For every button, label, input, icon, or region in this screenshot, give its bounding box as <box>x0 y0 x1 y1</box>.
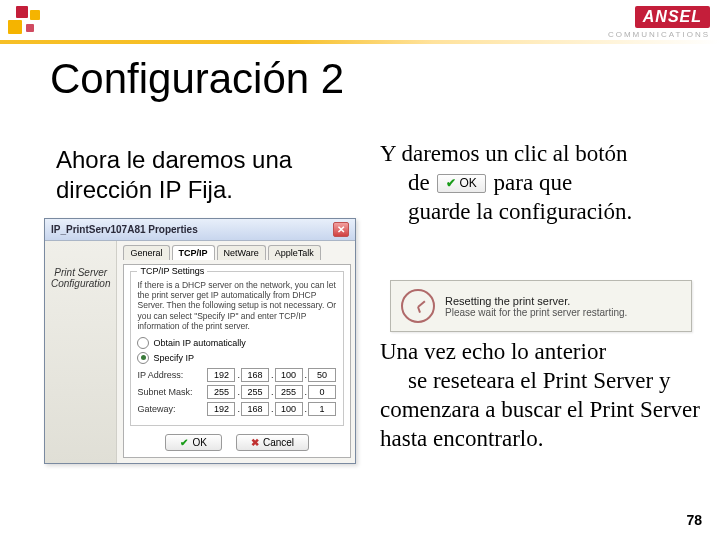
gateway-label: Gateway: <box>137 404 207 414</box>
radio-auto-ip[interactable] <box>137 337 149 349</box>
ip-address-input[interactable]: 192. 168. 100. 50 <box>207 368 337 382</box>
reset-line-2: Please wait for the print server restart… <box>445 307 627 318</box>
dialog-tabs: General TCP/IP NetWare AppleTalk <box>123 245 351 260</box>
brand-name: ANSEL <box>635 6 710 28</box>
subnet-mask-input[interactable]: 255. 255. 255. 0 <box>207 385 337 399</box>
ip-address-label: IP Address: <box>137 370 207 380</box>
page-number: 78 <box>686 512 702 528</box>
cancel-icon: ✖ <box>251 437 259 448</box>
left-body-text: Ahora le daremos una dirección IP Fija. <box>56 145 356 205</box>
radio-auto-ip-label: Obtain IP automatically <box>153 338 245 348</box>
clock-icon <box>401 289 435 323</box>
dialog-sidebar-label: Print Server Configuration <box>45 241 117 463</box>
tab-netware[interactable]: NetWare <box>217 245 266 260</box>
radio-specify-ip[interactable] <box>137 352 149 364</box>
tab-general[interactable]: General <box>123 245 169 260</box>
check-icon: ✔ <box>446 176 456 190</box>
reset-message-box: Resetting the print server. Please wait … <box>390 280 692 332</box>
reset-line-1: Resetting the print server. <box>445 295 627 307</box>
slide-title: Configuración 2 <box>50 55 344 103</box>
group-legend: TCP/IP Settings <box>137 266 207 276</box>
right-body-text-2: Una vez echo lo anterior se reseteara el… <box>380 338 700 453</box>
dialog-ok-button[interactable]: ✔ OK <box>165 434 221 451</box>
check-icon: ✔ <box>180 437 188 448</box>
right-body-text-1: Y daremos un clic al botón de ✔OK para q… <box>380 140 700 226</box>
group-description: If there is a DHCP server on the network… <box>137 280 337 331</box>
ok-button-inline: ✔OK <box>437 174 485 193</box>
gateway-input[interactable]: 192. 168. 100. 1 <box>207 402 337 416</box>
brand-logo: ANSEL COMMUNICATIONS <box>608 6 710 39</box>
subnet-mask-label: Subnet Mask: <box>137 387 207 397</box>
radio-specify-ip-label: Specify IP <box>153 353 194 363</box>
dialog-cancel-button[interactable]: ✖ Cancel <box>236 434 309 451</box>
properties-dialog: IP_PrintServ107A81 Properties ✕ Print Se… <box>44 218 356 464</box>
tab-tcpip[interactable]: TCP/IP <box>172 245 215 260</box>
header-divider <box>0 40 720 44</box>
close-icon[interactable]: ✕ <box>333 222 349 237</box>
brand-subtitle: COMMUNICATIONS <box>608 30 710 39</box>
dialog-title: IP_PrintServ107A81 Properties <box>51 224 198 235</box>
tab-appletalk[interactable]: AppleTalk <box>268 245 321 260</box>
